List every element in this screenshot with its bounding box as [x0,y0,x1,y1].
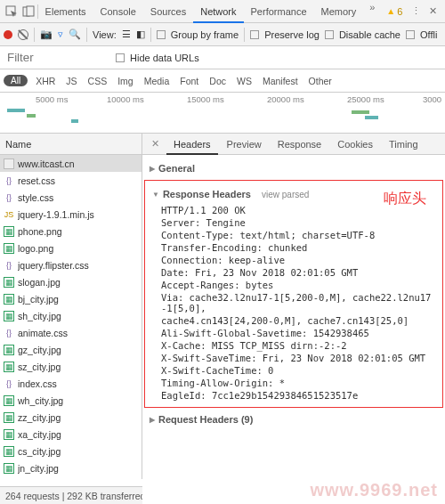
name-header[interactable]: Name [0,134,142,155]
offline-checkbox[interactable] [406,30,415,39]
request-row[interactable]: {}index.css [0,375,142,392]
css-file-icon: {} [4,192,14,203]
filter-icon[interactable]: ▿ [58,28,63,40]
filter-all[interactable]: All [4,75,28,86]
large-rows-icon[interactable]: ☰ [122,28,131,40]
expand-icon: ▶ [150,165,155,173]
settings-icon[interactable]: ⋮ [409,4,423,19]
file-name: bj_city.jpg [18,294,59,305]
img-file-icon: ▦ [4,226,14,237]
request-row[interactable]: www.itcast.cn [0,155,142,172]
request-row[interactable]: ▦cs_city.jpg [0,443,142,459]
request-headers-section[interactable]: ▶Request Headers (9) [150,412,438,427]
request-row[interactable]: ▦cq_city.jpg [0,476,142,479]
request-row[interactable]: ▦xa_city.jpg [0,426,142,443]
tab-console[interactable]: Console [93,0,142,23]
request-row[interactable]: {}reset.css [0,172,142,189]
file-name: sz_city.jpg [18,362,61,372]
filter-doc[interactable]: Doc [206,76,229,86]
request-row[interactable]: {}style.css [0,189,142,206]
request-row[interactable]: ▦jn_city.jpg [0,459,142,476]
tab-sources[interactable]: Sources [143,0,193,23]
request-row[interactable]: {}jquery.flipster.css [0,256,142,273]
request-row[interactable]: ▦sz_city.jpg [0,358,142,375]
file-name: reset.css [18,175,55,186]
annotation-label: 响应头 [384,190,426,208]
filter-manifest[interactable]: Manifest [260,76,301,86]
request-row[interactable]: ▦wh_city.jpg [0,392,142,409]
request-row[interactable]: ▦phone.png [0,223,142,240]
tab-timing[interactable]: Timing [382,134,425,155]
devtools-tab-bar: Elements Console Sources Network Perform… [0,0,445,23]
request-row[interactable]: ▦bj_city.jpg [0,290,142,307]
offline-label: Offli [420,29,437,40]
request-row[interactable]: ▦logo.png [0,240,142,256]
device-icon[interactable] [22,4,36,19]
filter-js[interactable]: JS [63,76,79,86]
request-row[interactable]: ▦slogan.jpg [0,273,142,290]
warning-icon: ▲ [386,6,395,16]
filter-media[interactable]: Media [142,76,173,86]
camera-icon[interactable]: 📷 [40,28,53,40]
header-line: Connection: keep-alive [145,254,442,266]
clear-icon[interactable] [18,29,28,40]
details-pane: ✕ Headers Preview Response Cookies Timin… [142,134,445,479]
tab-elements[interactable]: Elements [38,0,93,23]
filter-xhr[interactable]: XHR [33,76,58,86]
hide-data-urls-label: Hide data URLs [130,53,199,63]
view-parsed-link[interactable]: view parsed [262,190,309,199]
network-toolbar: 📷 ▿ 🔍 View: ☰ ◧ Group by frame Preserve … [0,23,445,46]
more-tabs-icon[interactable]: » [365,0,379,14]
filter-img[interactable]: Img [115,76,136,86]
header-line: Ali-Swift-Global-Savetime: 1542938465 [145,327,442,339]
filter-input[interactable] [4,49,110,67]
waterfall-icon[interactable]: ◧ [136,28,145,40]
filter-ws[interactable]: WS [234,76,255,86]
tab-performance[interactable]: Performance [244,0,314,23]
preserve-checkbox[interactable] [250,30,259,39]
general-section[interactable]: ▶General [150,161,438,175]
filter-other[interactable]: Other [306,76,335,86]
search-icon[interactable]: 🔍 [69,28,81,40]
filter-row: Hide data URLs [0,46,445,69]
img-file-icon: ▦ [4,311,14,321]
timeline-overview[interactable]: 5000 ms 10000 ms 15000 ms 20000 ms 25000… [0,93,445,134]
tab-response[interactable]: Response [271,134,329,155]
status-bar: 264 requests | 292 KB transferred... [0,486,142,504]
view-label: View: [93,29,117,40]
file-name: wh_city.jpg [18,395,63,406]
css-file-icon: {} [4,378,14,389]
close-icon[interactable]: ✕ [426,4,440,19]
detail-tabs: ✕ Headers Preview Response Cookies Timin… [142,134,445,155]
tab-network[interactable]: Network [193,0,243,23]
tab-preview[interactable]: Preview [220,134,269,155]
request-row[interactable]: ▦zz_city.jpg [0,409,142,426]
img-file-icon: ▦ [4,446,14,457]
request-row[interactable]: ▦gz_city.jpg [0,341,142,358]
inspect-icon[interactable] [5,4,19,19]
tab-cookies[interactable]: Cookies [330,134,380,155]
divider [244,28,245,42]
file-name: slogan.jpg [18,277,61,288]
request-row[interactable]: {}animate.css [0,324,142,341]
request-row[interactable]: ▦sh_city.jpg [0,307,142,324]
collapse-icon: ▼ [152,191,159,199]
warnings-badge[interactable]: ▲6 [386,6,402,17]
header-line: Via: cache32.l2nu17-1[5,200-0,M], cache2… [145,291,442,314]
request-row[interactable]: JSjquery-1.9.1.min.js [0,206,142,223]
divider [150,28,151,42]
group-checkbox[interactable] [157,30,166,39]
hide-data-urls-checkbox[interactable] [116,53,125,62]
header-line: cache4.cn143[24,200-0,M], cache7.cn143[2… [145,314,442,327]
filter-font[interactable]: Font [177,76,201,86]
filter-css[interactable]: CSS [85,76,110,86]
request-headers-label: Request Headers (9) [158,414,253,425]
tab-headers[interactable]: Headers [166,134,218,155]
disable-cache-checkbox[interactable] [325,30,334,39]
expand-icon: ▶ [150,416,155,424]
tab-memory[interactable]: Memory [314,0,364,23]
img-file-icon: ▦ [4,345,14,355]
record-icon[interactable] [4,30,12,39]
close-details-icon[interactable]: ✕ [146,138,165,150]
css-file-icon: {} [4,175,14,186]
